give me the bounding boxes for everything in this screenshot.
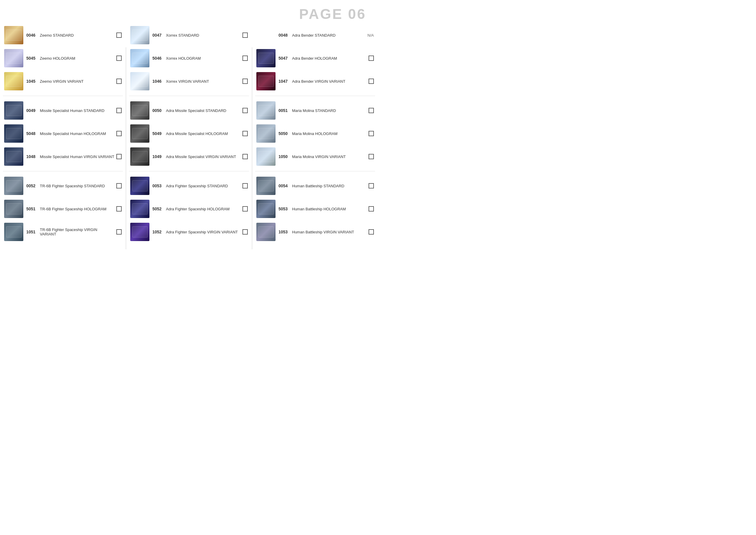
card-checkbox[interactable] (242, 108, 248, 113)
card-name: Adra Fighter Spaceship HOLOGRAM (166, 207, 241, 211)
card-checkbox[interactable] (368, 183, 374, 188)
table-row: 1049Adra Missile Specialist VIRGIN VARIA… (129, 145, 249, 168)
card-thumbnail (130, 49, 149, 67)
card-thumbnail (130, 200, 149, 218)
column-col3: 0048Adra Bender STANDARDN/A5047Adra Bend… (252, 24, 378, 249)
card-number: 5050 (279, 131, 290, 136)
card-name: Xorrex HOLOGRAM (166, 56, 241, 61)
card-checkbox[interactable] (242, 56, 248, 61)
card-name: TR-6B Fighter Spaceship VIRGIN VARIANT (40, 227, 115, 236)
card-thumbnail (256, 125, 276, 143)
table-row: 0052TR-6B Fighter Spaceship STANDARD (3, 174, 123, 197)
card-name: Maria Molina STANDARD (292, 108, 367, 113)
group-group-human-battle: 0054Human Battleship STANDARD5053Human B… (255, 174, 375, 246)
card-info: 0054Human Battleship STANDARD (279, 183, 374, 188)
table-row: 0054Human Battleship STANDARD (255, 174, 375, 197)
card-number: 5046 (152, 56, 164, 61)
card-info: 0050Adra Missile Specialist STANDARD (152, 108, 248, 113)
card-checkbox[interactable] (116, 206, 122, 211)
card-checkbox[interactable] (242, 79, 248, 84)
card-name: Adra Missile Specialist HOLOGRAM (166, 131, 241, 136)
card-thumbnail (4, 72, 23, 90)
group-group-missile-human: 0049Missile Specialist Human STANDARD504… (3, 99, 123, 171)
card-name: Missile Specialist Human STANDARD (40, 108, 115, 113)
table-row: 0050Adra Missile Specialist STANDARD (129, 99, 249, 122)
group-group-adra-missile: 0050Adra Missile Specialist STANDARD5049… (129, 99, 249, 171)
card-info: 1052Adra Fighter Spaceship VIRGIN VARIAN… (152, 229, 248, 235)
card-name: Adra Bender VIRGIN VARIANT (292, 79, 367, 84)
card-checkbox[interactable] (116, 108, 122, 113)
card-checkbox[interactable] (368, 229, 374, 235)
card-number: 5049 (152, 131, 164, 136)
card-number: 5051 (26, 207, 38, 211)
card-number: 1047 (279, 79, 290, 84)
card-number: 0046 (26, 33, 38, 38)
card-number: 1045 (26, 79, 38, 84)
table-row: 5051TR-6B Fighter Spaceship HOLOGRAM (3, 197, 123, 220)
card-checkbox[interactable] (368, 56, 374, 61)
card-number: 5047 (279, 56, 290, 61)
card-number: 0051 (279, 108, 290, 113)
card-thumbnail (130, 72, 149, 90)
card-checkbox[interactable] (242, 183, 248, 188)
card-thumbnail (256, 177, 276, 195)
card-thumbnail (4, 125, 23, 143)
card-info: 0046Zeemo STANDARD (26, 33, 122, 38)
card-name: Zeemo VIRGIN VARIANT (40, 79, 115, 84)
card-thumbnail (130, 101, 149, 120)
card-checkbox[interactable] (116, 79, 122, 84)
card-checkbox[interactable] (368, 108, 374, 113)
card-name: TR-6B Fighter Spaceship STANDARD (40, 184, 115, 188)
table-row: 0053Adra Fighter Spaceship STANDARD (129, 174, 249, 197)
card-thumbnail (4, 200, 23, 218)
card-thumbnail (4, 177, 23, 195)
card-info: 1047Adra Bender VIRGIN VARIANT (279, 79, 374, 84)
card-number: 5048 (26, 131, 38, 136)
card-checkbox[interactable] (116, 56, 122, 61)
card-checkbox[interactable] (116, 33, 122, 38)
card-number: 5045 (26, 56, 38, 61)
card-checkbox[interactable] (368, 154, 374, 159)
card-checkbox[interactable] (242, 154, 248, 159)
card-thumbnail (256, 49, 276, 67)
card-name: Maria Molina VIRGIN VARIANT (292, 155, 367, 159)
card-number: 1046 (152, 79, 164, 84)
card-number: 1050 (279, 154, 290, 159)
table-row: 1045Zeemo VIRGIN VARIANT (3, 70, 123, 93)
card-name: Adra Bender STANDARD (292, 33, 365, 38)
card-number: 1053 (279, 230, 290, 234)
group-group-xorrex: 0047Xorrex STANDARD5046Xorrex HOLOGRAM10… (129, 24, 249, 96)
table-row: 5049Adra Missile Specialist HOLOGRAM (129, 122, 249, 145)
table-row: 5046Xorrex HOLOGRAM (129, 47, 249, 70)
card-checkbox[interactable] (116, 183, 122, 188)
card-name: Xorrex STANDARD (166, 33, 241, 38)
table-row: 0047Xorrex STANDARD (129, 24, 249, 47)
card-name: Adra Missile Specialist STANDARD (166, 108, 241, 113)
card-info: 5047Adra Bender HOLOGRAM (279, 56, 374, 61)
table-row: 5052Adra Fighter Spaceship HOLOGRAM (129, 197, 249, 220)
card-number: 1051 (26, 230, 38, 234)
card-checkbox[interactable] (116, 154, 122, 159)
table-row: 1053Human Battleship VIRGIN VARIANT (255, 220, 375, 243)
card-info: 5051TR-6B Fighter Spaceship HOLOGRAM (26, 206, 122, 211)
table-row: 1052Adra Fighter Spaceship VIRGIN VARIAN… (129, 220, 249, 243)
card-name: Xorrex VIRGIN VARIANT (166, 79, 241, 84)
group-group-adra-bender: 0048Adra Bender STANDARDN/A5047Adra Bend… (255, 24, 375, 96)
card-checkbox[interactable] (242, 33, 248, 38)
page-number: PAGE 06 (299, 6, 366, 22)
card-checkbox[interactable] (116, 229, 122, 235)
card-checkbox[interactable] (368, 131, 374, 136)
card-checkbox[interactable] (368, 79, 374, 84)
card-info: 1050Maria Molina VIRGIN VARIANT (279, 154, 374, 159)
card-thumbnail (4, 147, 23, 166)
card-number: 1052 (152, 230, 164, 234)
card-name: Adra Bender HOLOGRAM (292, 56, 367, 61)
card-checkbox[interactable] (368, 206, 374, 211)
card-info: 0051Maria Molina STANDARD (279, 108, 374, 113)
card-name: Adra Fighter Spaceship STANDARD (166, 184, 241, 188)
card-checkbox[interactable] (242, 229, 248, 235)
table-row: 5047Adra Bender HOLOGRAM (255, 47, 375, 70)
card-checkbox[interactable] (116, 131, 122, 136)
card-checkbox[interactable] (242, 206, 248, 211)
card-checkbox[interactable] (242, 131, 248, 136)
